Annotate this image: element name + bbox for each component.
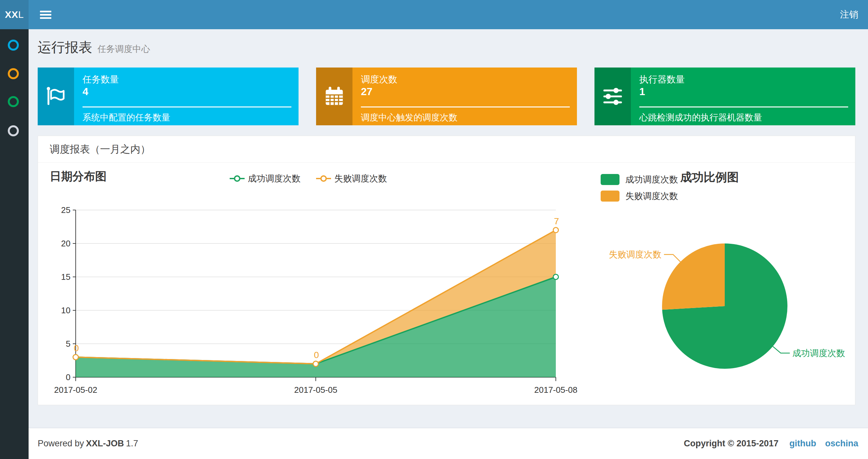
sidebar-item-3-circle-icon[interactable] (8, 125, 19, 136)
svg-text:7: 7 (554, 216, 559, 226)
content-area: 运行报表 任务调度中心 任务数量 4 系统中配置的任务数量 (29, 29, 868, 428)
line-chart-title: 日期分布图 (50, 169, 106, 184)
hamburger-icon (40, 17, 51, 19)
date-distribution-chart: 05101520252017-05-022017-05-052017-05-08… (48, 199, 593, 403)
info-box-value: 1 (639, 86, 645, 98)
main-footer: Powered byXXL-JOB1.7 Copyright © 2015-20… (29, 428, 868, 459)
sidebar-item-0-circle-icon[interactable] (8, 40, 19, 51)
sidebar-toggle-button[interactable] (32, 0, 59, 29)
info-box-desc: 调度中心触发的调度次数 (361, 112, 457, 123)
legend-swatch-icon (601, 174, 619, 185)
legend-item-fail[interactable]: 失败调度次数 (601, 190, 678, 202)
info-box-value: 27 (361, 86, 373, 98)
hamburger-icon (40, 14, 51, 15)
sidebar (0, 29, 29, 459)
svg-text:2017-05-05: 2017-05-05 (294, 385, 338, 395)
copyright: Copyright © 2015-2017 github oschina (682, 438, 858, 449)
svg-text:25: 25 (61, 205, 70, 215)
svg-text:失败调度次数: 失败调度次数 (609, 250, 661, 259)
success-ratio-pie-chart: 失败调度次数成功调度次数 (590, 225, 868, 400)
info-box-value: 4 (83, 86, 88, 98)
svg-text:20: 20 (61, 238, 70, 248)
info-box-title: 执行器数量 (639, 73, 685, 86)
info-box-title: 任务数量 (83, 73, 119, 86)
sidebar-item-1-circle-icon[interactable] (8, 68, 19, 79)
sidebar-item-2-circle-icon[interactable] (8, 96, 19, 107)
oschina-link[interactable]: oschina (825, 438, 858, 448)
info-box-desc: 系统中配置的任务数量 (83, 112, 170, 123)
svg-text:2017-05-02: 2017-05-02 (54, 385, 97, 395)
svg-text:10: 10 (61, 305, 70, 315)
github-link[interactable]: github (789, 438, 816, 448)
svg-text:5: 5 (66, 339, 70, 349)
svg-text:15: 15 (61, 272, 70, 282)
powered-by: Powered byXXL-JOB1.7 (38, 438, 138, 449)
report-panel: 调度报表（一月之内） 日期分布图 成功调度次数 失败调度次数 051015202… (38, 136, 855, 405)
svg-text:0: 0 (66, 372, 70, 382)
page-title: 运行报表 (38, 38, 92, 57)
line-chart-legend: 成功调度次数 失败调度次数 (230, 173, 387, 185)
info-box-title: 调度次数 (361, 73, 397, 86)
info-box-divider (639, 106, 848, 107)
info-box-executors: 执行器数量 1 心跳检测成功的执行器机器数量 (594, 67, 855, 125)
legend-item-success[interactable]: 成功调度次数 (601, 174, 678, 185)
flag-icon (38, 67, 74, 125)
product-name: XXL-JOB (86, 438, 124, 448)
sliders-icon (594, 67, 631, 125)
info-box-desc: 心跳检测成功的执行器机器数量 (639, 112, 762, 123)
app-logo[interactable]: XXL (0, 0, 29, 29)
svg-text:2017-05-08: 2017-05-08 (534, 385, 578, 395)
legend-swatch-icon (601, 191, 619, 202)
legend-item-fail[interactable]: 失败调度次数 (316, 173, 387, 185)
line-marker-icon (230, 175, 245, 182)
info-box-row: 任务数量 4 系统中配置的任务数量 (38, 67, 855, 125)
svg-text:0: 0 (74, 343, 79, 353)
pie-chart-title: 成功比例图 (680, 169, 739, 185)
page-header: 运行报表 任务调度中心 (38, 38, 150, 57)
top-navbar: XXL 注销 (0, 0, 868, 29)
info-box-jobs: 任务数量 4 系统中配置的任务数量 (38, 67, 299, 125)
line-marker-icon (316, 175, 331, 182)
svg-text:成功调度次数: 成功调度次数 (792, 348, 845, 358)
product-version: 1.7 (126, 438, 138, 448)
info-box-triggers: 调度次数 27 调度中心触发的调度次数 (316, 67, 577, 125)
info-box-divider (83, 106, 291, 107)
svg-text:0: 0 (314, 350, 319, 360)
panel-body: 日期分布图 成功调度次数 失败调度次数 05101520252017-05-02… (38, 163, 855, 405)
legend-item-success[interactable]: 成功调度次数 (230, 173, 301, 185)
pie-chart-legend: 成功调度次数 失败调度次数 (601, 174, 678, 207)
hamburger-icon (40, 11, 51, 12)
panel-title: 调度报表（一月之内） (38, 136, 855, 163)
calendar-icon (316, 67, 352, 125)
info-box-divider (361, 106, 570, 107)
logout-link[interactable]: 注销 (840, 0, 858, 29)
page-subtitle: 任务调度中心 (97, 43, 150, 55)
